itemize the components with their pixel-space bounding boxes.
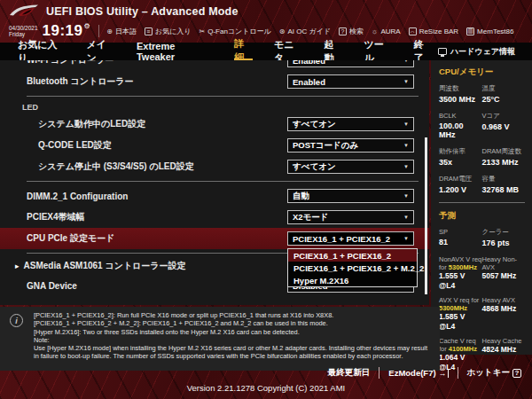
qfan-icon: ✂: [199, 27, 205, 35]
memtest86-button[interactable]: ▥ MemTest86: [466, 27, 513, 35]
tab-boot[interactable]: 起動: [324, 43, 342, 60]
scrollbar-thumb[interactable]: [425, 137, 427, 294]
prediction-sp-row: SP81 クーラー176 pts: [439, 228, 525, 247]
hw-stat-row: 動作倍率35x DRAM周波数2133 MHz: [439, 147, 525, 167]
tab-tool[interactable]: ツール: [364, 43, 393, 60]
divider: [98, 25, 99, 37]
cpu-pcie-dropdown: PCIEX16_1 + PCIEX16_2 PCIEX16_1 + PCIEX1…: [287, 248, 418, 287]
prediction-row: NonAVX V req for 5300MHz1.555 V @L4 Heav…: [439, 255, 525, 291]
globe-icon: ⊕: [106, 27, 113, 35]
time-settings-gear-icon[interactable]: ⚙: [84, 22, 91, 30]
info-icon: i: [10, 314, 23, 327]
tab-monitor[interactable]: モニタ: [274, 43, 302, 60]
chevron-down-icon: ▼: [403, 193, 409, 199]
dropdown-option[interactable]: PCIEX16_1 + PCIEX16_2 + M.2_2: [288, 262, 417, 274]
version-text: Version 2.21.1278 Copyright (C) 2021 AMI: [0, 383, 532, 393]
divider: [458, 367, 458, 379]
qcode-select[interactable]: POSTコードのみ▼: [287, 138, 414, 153]
submenu-arrow-icon: ▸: [15, 262, 20, 270]
chevron-down-icon: ▼: [403, 143, 409, 148]
favorites-icon: ≡: [145, 27, 153, 35]
divider: [27, 181, 419, 182]
search-icon: ?: [339, 27, 347, 35]
cpu-memory-header: CPU/メモリー: [439, 66, 525, 78]
cpu-pcie-select[interactable]: PCIEX16_1 + PCIEX16_2▼: [287, 231, 414, 246]
question-icon: ?: [512, 369, 521, 378]
aura-icon: ☼: [372, 27, 378, 35]
hw-stat-row: DRAM電圧1.200 V 容量32768 MB: [439, 175, 525, 194]
prediction-row: AVX V req for 5300MHz1.585 V @L4 Heavy A…: [439, 296, 525, 332]
resize-bar-icon: ⇔: [409, 27, 417, 35]
hardware-info-header: ハードウェア情報: [433, 43, 532, 60]
ezmode-button[interactable]: EzMode(F7)→: [388, 368, 448, 378]
chevron-down-icon: ▼: [403, 60, 409, 63]
qfan-control-button[interactable]: ✂ Q-Fanコントロール: [199, 27, 270, 36]
pciex4-select[interactable]: X2モード▼: [287, 210, 414, 224]
wifi-select[interactable]: Enabled▼: [287, 60, 414, 67]
chevron-down-icon: ▼: [403, 164, 409, 169]
header: UEFI BIOS Utility – Advanced Mode 04/30/…: [0, 0, 532, 43]
footer-links: 最終更新日 EzMode(F7)→ ホットキー?: [328, 367, 521, 379]
setting-row-pciex4[interactable]: PCIEX4帯域幅 X2モード▼: [0, 207, 429, 228]
clock-display[interactable]: 19:19⚙: [43, 22, 91, 40]
divider: [379, 367, 379, 379]
led-on-select[interactable]: すべてオン▼: [287, 117, 414, 131]
ai-oc-guide-button[interactable]: ⊛ AI OC ガイド: [279, 27, 331, 36]
led-off-select[interactable]: すべてオン▼: [287, 160, 414, 174]
hw-stat-row: 周波数3500 MHz 温度25°C: [439, 84, 525, 104]
rog-logo: [9, 4, 39, 20]
divider: [439, 202, 525, 203]
tab-advanced[interactable]: 詳細: [234, 43, 253, 60]
hotkey-button[interactable]: ホットキー?: [467, 367, 521, 379]
exit-arrow-icon: →: [439, 369, 449, 378]
chevron-down-icon: ▼: [403, 236, 409, 241]
setting-row-qcode[interactable]: Q-CODE LED設定 POSTコードのみ▼: [0, 135, 429, 156]
main-menu-bar: お気に入り メイン Extreme Tweaker 詳細 モニタ 起動 ツール …: [0, 43, 532, 60]
chevron-down-icon: ▼: [403, 121, 409, 127]
hw-stat-row: BCLK100.00 MHz Vコア0.968 V: [439, 112, 525, 139]
bios-screen: UEFI BIOS Utility – Advanced Mode 04/30/…: [0, 0, 532, 399]
language-button[interactable]: ⊕ 日本語: [106, 27, 137, 36]
hardware-info-sidebar: CPU/メモリー 周波数3500 MHz 温度25°C BCLK100.00 M…: [431, 60, 532, 355]
chevron-down-icon: ▼: [403, 215, 409, 220]
setting-row-led-on[interactable]: システム動作中のLED設定 すべてオン▼: [0, 113, 429, 135]
setting-row-dimm[interactable]: DIMM.2_1 Configuration 自動▼: [0, 185, 429, 207]
resize-bar-button[interactable]: ⇔ ReSize BAR: [409, 27, 458, 35]
bluetooth-select[interactable]: Enabled▼: [287, 74, 414, 89]
aura-button[interactable]: ☼ AURA: [372, 27, 401, 35]
help-description-box: i [PCIEX16_1 + PCIEX16_2]: Run full PCIe…: [0, 307, 440, 371]
dropdown-option[interactable]: PCIEX16_1 + PCIEX16_2: [288, 249, 417, 262]
chevron-down-icon: ▼: [403, 79, 409, 84]
dimm-select[interactable]: 自動▼: [287, 189, 414, 203]
tab-extreme-tweaker[interactable]: Extreme Tweaker: [137, 43, 213, 60]
settings-panel: Wi-Fi コントローラー Enabled▼ Bluetooth コントローラー…: [0, 60, 429, 305]
date-display[interactable]: 04/30/2021 Friday: [9, 25, 38, 38]
app-title: UEFI BIOS Utility – Advanced Mode: [46, 5, 239, 18]
search-button[interactable]: ? 検索: [339, 27, 364, 36]
setting-row-wifi[interactable]: Wi-Fi コントローラー Enabled▼: [0, 60, 429, 71]
divider: [27, 96, 419, 97]
setting-row-led-off[interactable]: システム停止中 (S3/S4/S5) のLED設定 すべてオン▼: [0, 156, 429, 177]
setting-row-cpu-pcie[interactable]: CPU PCIe 設定モード PCIEX16_1 + PCIEX16_2▼: [0, 228, 429, 249]
dropdown-option[interactable]: Hyper M.2X16: [288, 274, 417, 286]
favorites-button[interactable]: ≡ お気に入り: [145, 27, 192, 36]
led-section-label: LED: [0, 100, 429, 113]
prediction-header: 予測: [439, 210, 525, 222]
tab-main[interactable]: メイン: [87, 43, 115, 60]
tab-favorites[interactable]: お気に入り: [18, 43, 66, 60]
monitor-icon: [438, 48, 447, 55]
help-text: [PCIEX16_1 + PCIEX16_2]: Run full PCIe X…: [34, 311, 433, 371]
setting-row-bluetooth[interactable]: Bluetooth コントローラー Enabled▼: [0, 71, 429, 92]
memtest-icon: ▥: [466, 27, 474, 35]
ai-oc-icon: ⊛: [279, 27, 286, 35]
tab-exit[interactable]: 終了: [414, 43, 433, 60]
last-update-button[interactable]: 最終更新日: [328, 367, 371, 379]
